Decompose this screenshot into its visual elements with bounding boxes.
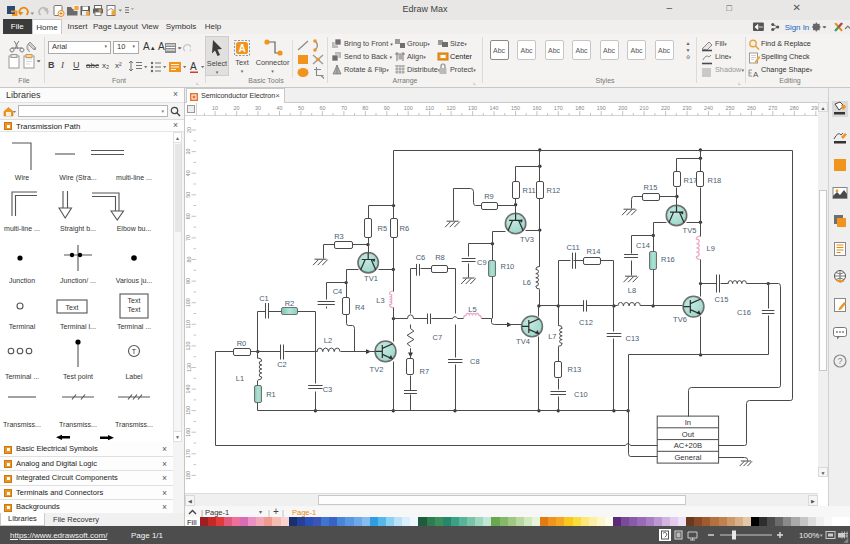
svg-text:L3: L3	[376, 296, 384, 305]
svg-text:230: 230	[683, 105, 692, 111]
svg-text:R12: R12	[547, 186, 561, 195]
svg-text:TV2: TV2	[370, 365, 384, 374]
svg-text:80: 80	[362, 105, 368, 111]
svg-text:R7: R7	[420, 367, 430, 376]
svg-text:R16: R16	[661, 255, 675, 264]
svg-text:C11: C11	[566, 243, 579, 252]
svg-text:C10: C10	[574, 390, 588, 399]
svg-text:R3: R3	[334, 232, 344, 241]
svg-text:Transmiss...: Transmiss...	[115, 421, 153, 428]
svg-text:Test point: Test point	[63, 373, 93, 381]
svg-text:20: 20	[186, 127, 192, 133]
svg-text:C4: C4	[333, 287, 343, 296]
svg-text:▾: ▾	[820, 532, 823, 538]
svg-text:120: 120	[447, 105, 456, 111]
svg-text:R4: R4	[355, 303, 365, 312]
svg-text:120: 120	[186, 341, 192, 350]
svg-text:L5: L5	[468, 305, 476, 314]
svg-text:270: 270	[768, 105, 777, 111]
svg-text:30: 30	[255, 105, 261, 111]
svg-text:In: In	[685, 418, 691, 427]
svg-text:R6: R6	[400, 224, 410, 233]
svg-text:C15: C15	[715, 295, 729, 304]
svg-text:40: 40	[186, 170, 192, 176]
svg-text:General: General	[674, 453, 701, 462]
svg-text:170: 170	[554, 105, 563, 111]
svg-text:R14: R14	[587, 247, 601, 256]
svg-text:70: 70	[186, 235, 192, 241]
svg-text:L9: L9	[707, 244, 715, 253]
svg-text:AC+20B: AC+20B	[674, 441, 703, 450]
svg-text:TV3: TV3	[520, 235, 534, 244]
svg-text:A: A	[753, 70, 759, 79]
svg-text:TV1: TV1	[364, 274, 378, 283]
svg-text:80: 80	[186, 257, 192, 263]
svg-text:100%: 100%	[799, 531, 819, 540]
svg-text:Out: Out	[682, 430, 695, 439]
svg-text:Straight b...: Straight b...	[60, 225, 96, 233]
svg-text:Text: Text	[128, 306, 141, 313]
svg-text:90: 90	[384, 105, 390, 111]
svg-text:R2: R2	[285, 299, 295, 308]
svg-text:L1: L1	[236, 374, 244, 383]
svg-text:Terminal ...: Terminal ...	[117, 323, 151, 330]
svg-text:100: 100	[404, 105, 413, 111]
svg-text:C8: C8	[470, 357, 480, 366]
svg-text:TV6: TV6	[673, 315, 687, 324]
svg-text:Junction/ ...: Junction/ ...	[60, 277, 96, 284]
svg-text:R17: R17	[684, 176, 698, 185]
svg-text:C16: C16	[737, 308, 751, 317]
svg-text:R9: R9	[484, 192, 494, 201]
svg-text:170: 170	[186, 449, 192, 458]
svg-text:L6: L6	[523, 278, 531, 287]
svg-text:TV4: TV4	[516, 337, 530, 346]
svg-text:R18: R18	[708, 176, 722, 185]
svg-text:Text: Text	[66, 304, 79, 311]
svg-text:C7: C7	[433, 333, 443, 342]
svg-text:150: 150	[186, 406, 192, 415]
svg-text:100: 100	[186, 298, 192, 307]
svg-text:L8: L8	[628, 286, 636, 295]
svg-text:50: 50	[298, 105, 304, 111]
svg-text:190: 190	[597, 105, 606, 111]
svg-text:30: 30	[186, 149, 192, 155]
svg-text:Terminal ...: Terminal ...	[5, 373, 39, 380]
svg-text:220: 220	[661, 105, 670, 111]
svg-text:C1: C1	[259, 294, 269, 303]
svg-text:210: 210	[640, 105, 649, 111]
svg-text:180: 180	[575, 105, 584, 111]
svg-text:C9: C9	[477, 258, 487, 267]
svg-text:Transmiss...: Transmiss...	[59, 421, 97, 428]
svg-text:20: 20	[234, 105, 240, 111]
svg-text:140: 140	[490, 105, 499, 111]
svg-text:R11: R11	[523, 186, 536, 195]
svg-text:150: 150	[511, 105, 520, 111]
svg-text:160: 160	[532, 105, 541, 111]
svg-text:110: 110	[186, 320, 192, 329]
svg-text:Various ju...: Various ju...	[116, 277, 152, 285]
svg-text:R8: R8	[435, 253, 445, 262]
svg-text:C13: C13	[626, 334, 640, 343]
svg-text:10: 10	[212, 105, 218, 111]
svg-text:A: A	[190, 61, 197, 72]
svg-text:Terminal l...: Terminal l...	[60, 323, 96, 330]
svg-text:Wire: Wire	[15, 174, 29, 181]
svg-text:R5: R5	[378, 224, 388, 233]
svg-text:160: 160	[186, 428, 192, 437]
svg-text:Text: Text	[128, 297, 141, 304]
svg-text:Elbow bu...: Elbow bu...	[117, 225, 152, 232]
svg-text:L2: L2	[324, 336, 332, 345]
svg-text:Transmiss...: Transmiss...	[3, 421, 41, 428]
svg-text:?: ?	[837, 356, 842, 366]
svg-text:C3: C3	[323, 385, 333, 394]
svg-text:C12: C12	[579, 318, 593, 327]
svg-text:90: 90	[186, 278, 192, 284]
svg-text:R15: R15	[644, 183, 658, 192]
svg-text:290: 290	[811, 105, 818, 111]
svg-text:TV5: TV5	[683, 226, 697, 235]
svg-text:Wire (Stra...: Wire (Stra...	[59, 174, 96, 182]
svg-text:R1: R1	[266, 390, 276, 399]
svg-text:C2: C2	[277, 360, 287, 369]
svg-text:C14: C14	[636, 241, 650, 250]
svg-text:multi-line ...: multi-line ...	[116, 174, 152, 181]
